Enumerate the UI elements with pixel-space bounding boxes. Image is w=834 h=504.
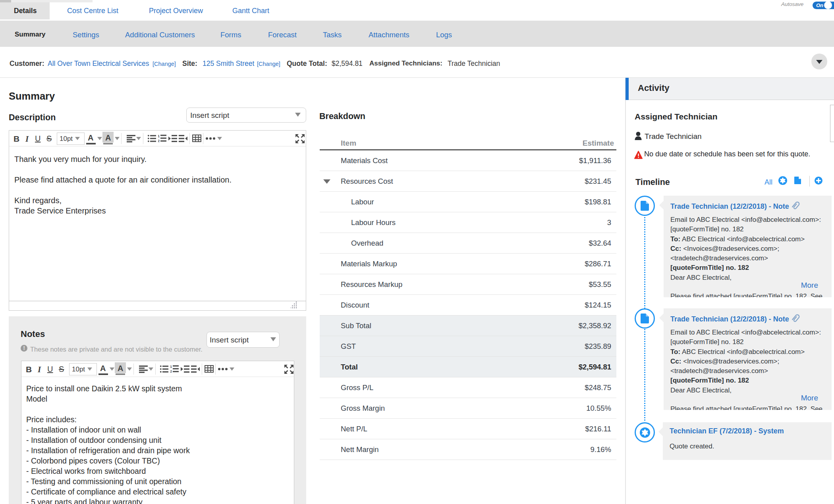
- svg-text:1: 1: [170, 365, 172, 369]
- svg-text:2: 2: [158, 139, 160, 142]
- svg-text:1: 1: [158, 134, 160, 138]
- svg-text:2: 2: [170, 369, 172, 373]
